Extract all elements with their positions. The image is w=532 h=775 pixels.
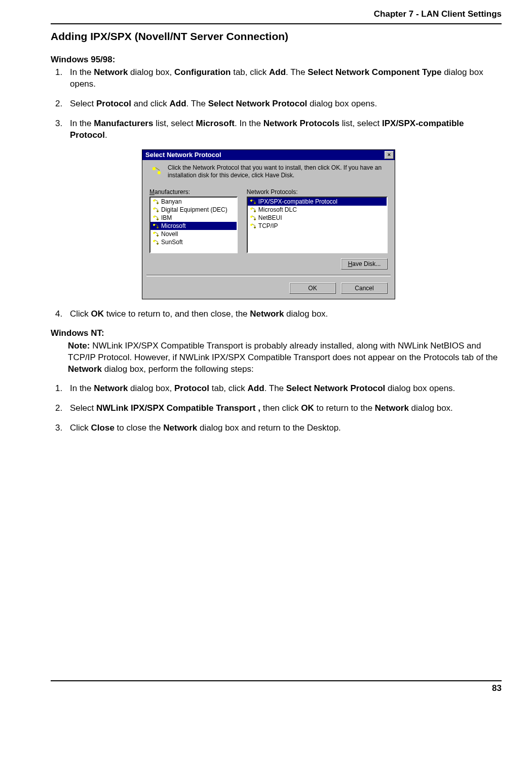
dialog-title: Select Network Protocol — [145, 151, 385, 159]
win9598-step1: In the Network dialog box, Configuration… — [65, 67, 502, 90]
bold: Protocol — [174, 383, 209, 393]
list-item[interactable]: Microsoft — [150, 222, 237, 230]
list-item[interactable]: IPX/SPX-compatible Protocol — [248, 198, 387, 206]
bold: Network Protocols — [263, 119, 339, 128]
bold: Microsoft — [196, 119, 235, 128]
text: dialog box, — [128, 383, 174, 393]
bold: Close — [91, 423, 115, 433]
cancel-button[interactable]: Cancel — [341, 283, 388, 294]
win9598-step4: Click OK twice to return to, and then cl… — [65, 308, 502, 320]
text: to return to the — [314, 403, 375, 413]
list-item-label: IPX/SPX-compatible Protocol — [258, 198, 337, 205]
list-item[interactable]: Novell — [150, 230, 237, 238]
list-item[interactable]: IBM — [150, 214, 237, 222]
list-item-label: TCP/IP — [258, 222, 278, 229]
bold: Configuration — [174, 67, 231, 77]
text: tab, click — [209, 383, 248, 393]
bold: Add — [170, 99, 186, 108]
protocol-item-icon — [152, 199, 159, 205]
protocol-item-icon — [249, 215, 256, 221]
bold: Network — [68, 364, 102, 374]
bold: Select Network Protocol — [286, 383, 386, 393]
manufacturers-listbox[interactable]: BanyanDigital Equipment (DEC)IBMMicrosof… — [149, 197, 238, 253]
list-item[interactable]: Banyan — [150, 198, 237, 206]
dialog-separator — [146, 275, 391, 277]
text: In the — [70, 67, 94, 77]
protocol-item-icon — [249, 207, 256, 213]
list-item-label: Novell — [161, 230, 178, 238]
list-item[interactable]: SunSoft — [150, 238, 237, 246]
note-label: Note: — [68, 341, 90, 351]
bold: Add — [269, 67, 286, 77]
text: twice to return to, and then close, the — [104, 309, 250, 319]
bold: Network — [250, 309, 284, 319]
ok-button[interactable]: OK — [289, 283, 336, 294]
list-item-label: Banyan — [161, 198, 182, 205]
text: . The — [286, 67, 308, 77]
text: Click — [70, 423, 91, 433]
text: . — [105, 130, 107, 140]
close-icon[interactable]: × — [385, 151, 394, 159]
dialog-intro-text: Click the Network Protocol that you want… — [168, 164, 388, 179]
protocol-item-icon — [152, 215, 159, 221]
protocol-item-icon — [152, 207, 159, 213]
page-footer: 83 — [51, 680, 502, 693]
bold: OK — [91, 309, 104, 319]
list-item-label: NetBEUI — [258, 214, 282, 221]
winnt-step2: Select NWLink IPX/SPX Compatible Transpo… — [65, 403, 502, 414]
bold: Manufacturers — [94, 119, 153, 128]
text: list, select — [153, 119, 196, 128]
select-network-protocol-dialog: Select Network Protocol × Click the Netw… — [142, 149, 395, 299]
text: dialog box. — [409, 403, 453, 413]
page-number: 83 — [492, 683, 502, 693]
winnt-heading: Windows NT: — [51, 328, 502, 338]
list-item-label: IBM — [161, 214, 172, 221]
protocol-item-icon — [249, 199, 256, 205]
bold: Select Network Protocol — [208, 99, 308, 108]
winnt-step1: In the Network dialog box, Protocol tab,… — [65, 383, 502, 395]
bold: Network — [375, 403, 409, 413]
bold: OK — [301, 403, 314, 413]
win9598-step3: In the Manufacturers list, select Micros… — [65, 118, 502, 141]
list-item-label: Microsoft DLC — [258, 206, 297, 213]
protocol-item-icon — [152, 223, 159, 229]
text: . The — [264, 383, 286, 393]
list-item[interactable]: TCP/IP — [248, 222, 387, 230]
bold: Protocol — [96, 99, 131, 108]
bold: Add — [248, 383, 264, 393]
text: tab, click — [231, 67, 269, 77]
text: dialog box. — [284, 309, 328, 319]
manufacturers-label: Manufacturers: — [149, 188, 238, 196]
list-item[interactable]: Digital Equipment (DEC) — [150, 206, 237, 214]
text: Select — [70, 99, 96, 108]
text: dialog box, — [128, 67, 174, 77]
bold: Network — [94, 383, 128, 393]
bold: Network — [163, 423, 197, 433]
list-item-label: SunSoft — [161, 239, 183, 246]
header-rule — [51, 23, 502, 24]
text: list, select — [339, 119, 382, 128]
protocol-item-icon — [152, 239, 159, 245]
protocols-listbox[interactable]: IPX/SPX-compatible ProtocolMicrosoft DLC… — [247, 197, 388, 253]
list-item-label: Digital Equipment (DEC) — [161, 206, 227, 213]
protocol-icon — [149, 164, 163, 177]
text: dialog box opens. — [307, 99, 377, 108]
have-disk-button[interactable]: Have Disk... — [341, 258, 388, 269]
bold: Select Network Component Type — [308, 67, 441, 77]
text: dialog box and return to the Desktop. — [197, 423, 341, 433]
bold: Network — [94, 67, 128, 77]
win9598-steps: In the Network dialog box, Configuration… — [51, 67, 502, 141]
list-item-label: Microsoft — [161, 222, 186, 229]
protocol-item-icon — [152, 231, 159, 237]
protocols-label: Network Protocols: — [247, 188, 388, 196]
list-item[interactable]: NetBEUI — [248, 214, 387, 222]
win9598-heading: Windows 95/98: — [51, 55, 502, 65]
text: dialog box opens. — [385, 383, 455, 393]
text: In the — [70, 383, 94, 393]
win9598-steps-cont: Click OK twice to return to, and then cl… — [51, 308, 502, 320]
text: then click — [260, 403, 301, 413]
text: and click — [131, 99, 170, 108]
chapter-header: Chapter 7 - LAN Client Settings — [51, 0, 502, 23]
list-item[interactable]: Microsoft DLC — [248, 206, 387, 214]
dialog-titlebar: Select Network Protocol × — [142, 150, 395, 160]
